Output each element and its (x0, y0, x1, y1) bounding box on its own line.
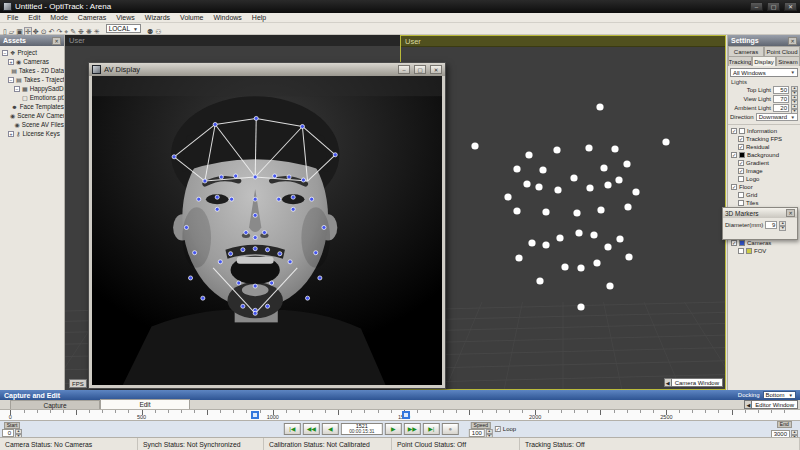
3d-marker[interactable] (625, 253, 632, 260)
option-gradient[interactable]: ✓Gradient (728, 159, 800, 167)
3d-marker[interactable] (535, 183, 542, 190)
3d-marker[interactable] (570, 174, 577, 181)
3d-marker[interactable] (515, 254, 522, 261)
checkbox[interactable]: ✓ (731, 240, 737, 246)
play-button[interactable]: ▶ (385, 423, 402, 435)
3d-marker[interactable] (539, 166, 546, 173)
checkbox[interactable]: ✓ (738, 136, 744, 142)
option-floor[interactable]: ✓Floor (728, 183, 800, 191)
expand-icon[interactable]: + (8, 59, 14, 65)
tree-item-emotions-pt3[interactable]: ▢Emotions.pt3 (0, 93, 64, 102)
maximize-button[interactable]: ▢ (414, 65, 426, 74)
3d-marker[interactable] (573, 209, 580, 216)
range-handle[interactable] (251, 411, 259, 419)
3d-markers-popup[interactable]: 3D Markers ✕ Diameter(mm) 9 ▲▼ (722, 207, 798, 240)
option-cameras[interactable]: ✓Cameras (728, 239, 800, 247)
tree-item-face-templates[interactable]: ☻Face Templates (0, 102, 64, 111)
close-button[interactable]: ✕ (784, 2, 797, 11)
3d-marker[interactable] (554, 186, 561, 193)
diameter-input[interactable]: 9 (765, 221, 777, 229)
close-icon[interactable]: ✕ (52, 37, 61, 45)
3d-marker[interactable] (596, 103, 603, 110)
start-input[interactable]: 0 (2, 429, 14, 437)
option-background[interactable]: ✓Background (728, 151, 800, 159)
3d-marker[interactable] (597, 206, 604, 213)
tab-capture[interactable]: Capture (10, 400, 100, 409)
3d-marker[interactable] (525, 151, 532, 158)
minimize-button[interactable]: – (398, 65, 410, 74)
option-tracking-fps[interactable]: ✓Tracking FPS (728, 135, 800, 143)
3d-marker[interactable] (606, 282, 613, 289)
tree-item-scene-av-files[interactable]: ◉Scene AV Files (0, 120, 64, 129)
3d-marker[interactable] (542, 241, 549, 248)
field-input[interactable]: 50 (773, 86, 789, 94)
3d-marker[interactable] (615, 176, 622, 183)
speed-input[interactable]: 100 (469, 429, 485, 437)
av-display-window[interactable]: AV Display – ▢ ✕ (88, 62, 446, 389)
field-input[interactable]: 20 (773, 104, 789, 112)
3d-marker[interactable] (523, 180, 530, 187)
color-swatch[interactable] (739, 152, 745, 158)
3d-marker[interactable] (577, 264, 584, 271)
fast-rewind-button[interactable]: ◀◀ (303, 423, 320, 435)
editor-window-selector[interactable]: ◀ Editor Window (744, 400, 798, 409)
go-to-end-button[interactable]: ▶| (423, 423, 440, 435)
go-to-start-button[interactable]: |◀ (284, 423, 301, 435)
field-stepper[interactable]: ▲▼ (791, 95, 798, 103)
checkbox[interactable] (738, 176, 744, 182)
3d-marker[interactable] (471, 142, 478, 149)
tree-item-license-keys[interactable]: +⚷License Keys (0, 129, 64, 138)
checkbox[interactable] (738, 200, 744, 206)
tree-item-project[interactable]: −❖Project (0, 48, 64, 57)
3d-marker[interactable] (561, 263, 568, 270)
tree-item-happysaddisgust[interactable]: −▦HappySadDisgust (0, 84, 64, 93)
tree-item-takes-2d-data[interactable]: ▤Takes - 2D Data (0, 66, 64, 75)
frame-counter[interactable]: 1521 00:00:15:31 (341, 423, 383, 435)
option-residual[interactable]: ✓Residual (728, 143, 800, 151)
3d-marker[interactable] (593, 259, 600, 266)
collapse-icon[interactable]: − (8, 77, 14, 83)
fast-forward-button[interactable]: ▶▶ (404, 423, 421, 435)
3d-marker[interactable] (585, 144, 592, 151)
checkbox[interactable]: ✓ (731, 184, 737, 190)
scope-select[interactable]: All Windows ▼ (730, 68, 798, 77)
option-tiles[interactable]: Tiles (728, 199, 800, 207)
checkbox[interactable]: ✓ (738, 144, 744, 150)
tab-display[interactable]: Display (752, 56, 776, 66)
collapse-icon[interactable]: − (14, 86, 20, 92)
tree-item-takes-trajectories[interactable]: −▤Takes - Trajectories (0, 75, 64, 84)
close-icon[interactable]: ✕ (788, 37, 797, 45)
perspective-viewport-right[interactable]: User ◀ Camera Window (400, 35, 726, 390)
checkbox[interactable] (738, 192, 744, 198)
3d-marker[interactable] (528, 239, 535, 246)
option-logo[interactable]: Logo (728, 175, 800, 183)
checkbox[interactable] (738, 248, 744, 254)
3d-marker[interactable] (504, 193, 511, 200)
3d-marker[interactable] (623, 160, 630, 167)
3d-marker[interactable] (624, 203, 631, 210)
option-information[interactable]: ✓Information (728, 127, 800, 135)
option-image[interactable]: ✓Image (728, 167, 800, 175)
expand-icon[interactable]: + (8, 131, 14, 137)
field-input[interactable]: 70 (773, 95, 789, 103)
color-swatch[interactable] (739, 240, 745, 246)
chevron-left-icon[interactable]: ◀ (664, 378, 672, 387)
av-display-titlebar[interactable]: AV Display – ▢ ✕ (89, 63, 445, 76)
tab-stream[interactable]: Stream (776, 56, 800, 66)
3d-marker[interactable] (590, 231, 597, 238)
direction-select[interactable]: Downward▼ (756, 113, 798, 121)
3d-marker[interactable] (586, 184, 593, 191)
field-stepper[interactable]: ▲▼ (791, 104, 798, 112)
tree-item-cameras[interactable]: +◉Cameras (0, 57, 64, 66)
menu-item-volume[interactable]: Volume (175, 13, 208, 22)
3d-marker[interactable] (616, 235, 623, 242)
checkbox[interactable]: ✓ (731, 152, 737, 158)
tab-tracking[interactable]: Tracking (728, 56, 752, 66)
3d-marker[interactable] (600, 164, 607, 171)
3d-marker[interactable] (662, 138, 669, 145)
camera-window-selector[interactable]: ◀ Camera Window (664, 378, 723, 387)
3d-marker[interactable] (577, 303, 584, 310)
3d-marker[interactable] (575, 229, 582, 236)
timeline-ruler[interactable]: 05001000150020002500 (0, 410, 800, 421)
option-grid[interactable]: Grid (728, 191, 800, 199)
